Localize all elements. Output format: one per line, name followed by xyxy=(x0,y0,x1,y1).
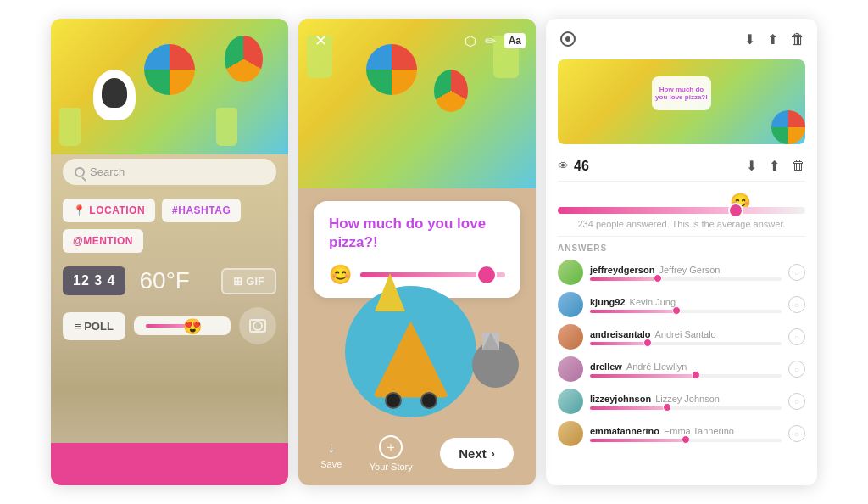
mention-tag[interactable]: @MENTION xyxy=(63,229,143,253)
answer-row-2: andreisantalo Andrei Santalo ○ xyxy=(558,324,805,350)
display-1: Kevin Jung xyxy=(630,297,676,307)
next-label: Next xyxy=(459,446,487,461)
panel3-header: ⬇ ⬆ 🗑 xyxy=(546,19,817,59)
username-5: emmatannerino xyxy=(590,426,659,436)
answer-track-5 xyxy=(590,439,782,442)
glass-2 xyxy=(216,108,237,146)
answer-fill-0 xyxy=(590,277,657,281)
answer-thumb-3 xyxy=(692,371,700,379)
download-stat-icon[interactable]: ⬇ xyxy=(746,158,757,174)
answer-info-0: jeffreydgerson Jeffrey Gerson xyxy=(590,265,782,281)
gif-icon: ⊞ xyxy=(233,275,242,288)
answer-names-0: jeffreydgerson Jeffrey Gerson xyxy=(590,265,782,275)
your-story-label: Your Story xyxy=(370,462,413,472)
answer-track-0 xyxy=(590,277,782,281)
eye-icon: 👁 xyxy=(558,160,569,172)
avatar-5 xyxy=(558,421,583,446)
message-icon-5[interactable]: ○ xyxy=(788,425,805,442)
poll-sticker[interactable]: ≡ POLL xyxy=(63,312,125,340)
answer-track-1 xyxy=(590,310,782,313)
your-story-button[interactable]: ＋ Your Story xyxy=(370,435,413,472)
party-ball-2 xyxy=(225,36,263,82)
panel2-bottom: ↓ Save ＋ Your Story Next › xyxy=(298,435,536,472)
app-container: Search 📍 LOCATION #HASHTAG @MENTION 12 3… xyxy=(0,0,868,504)
download-icon[interactable]: ⬇ xyxy=(744,31,755,48)
save-label: Save xyxy=(320,459,342,469)
bottom-red-bar xyxy=(51,443,288,485)
gear-icon xyxy=(560,31,576,47)
gif-sticker[interactable]: ⊞ GIF xyxy=(221,268,276,294)
sticker-search-bar[interactable]: Search xyxy=(63,159,276,185)
camera-button[interactable] xyxy=(239,307,276,344)
answer-info-2: andreisantalo Andrei Santalo xyxy=(590,329,782,345)
message-icon-3[interactable]: ○ xyxy=(788,361,805,378)
username-0: jeffreydgerson xyxy=(590,265,654,275)
panel3-stats: 👁 46 ⬇ ⬆ 🗑 xyxy=(546,153,817,181)
answer-fill-5 xyxy=(590,439,686,442)
story-thumbnail: How much do you love pizza?! xyxy=(558,59,805,144)
answer-thumb-2 xyxy=(643,339,652,347)
avatar-2 xyxy=(558,324,583,350)
viking-character xyxy=(468,333,527,400)
header-right-icons: ⬇ ⬆ 🗑 xyxy=(744,31,805,48)
answer-names-3: drellew André Llewllyn xyxy=(590,361,782,372)
message-icon-2[interactable]: ○ xyxy=(788,328,805,345)
answer-names-4: lizzeyjohnson Lizzey Johnson xyxy=(590,394,782,404)
share-stat-icon[interactable]: ⬆ xyxy=(769,158,780,174)
penguin-sticker xyxy=(93,70,136,120)
close-icon[interactable]: 🗑 xyxy=(790,31,805,48)
temp-sticker[interactable]: 60°F xyxy=(139,267,189,294)
thumb-card: How much do you love pizza?! xyxy=(652,76,711,110)
username-1: kjung92 xyxy=(590,297,626,307)
answer-row-1: kjung92 Kevin Jung ○ xyxy=(558,292,805,317)
username-3: drellew xyxy=(590,361,622,372)
avatar-0 xyxy=(558,260,583,285)
location-tag[interactable]: 📍 LOCATION xyxy=(63,199,155,222)
time-sticker[interactable]: 12 3 4 xyxy=(63,266,125,295)
delete-stat-icon[interactable]: 🗑 xyxy=(792,158,805,174)
sticker-bottom-row: ≡ POLL 😍 xyxy=(63,307,276,344)
viking-helmet xyxy=(482,333,499,350)
thumb-text: How much do you love pizza?! xyxy=(655,86,708,101)
sticker-picker-panel: Search 📍 LOCATION #HASHTAG @MENTION 12 3… xyxy=(51,19,288,485)
answer-info-5: emmatannerino Emma Tannerino xyxy=(590,426,782,442)
slider-results: 😊 234 people answered. This is the avera… xyxy=(546,182,817,236)
chevron-right-icon: › xyxy=(492,448,495,460)
result-track-container: 😊 xyxy=(558,192,805,214)
gif-label: GIF xyxy=(246,275,264,288)
story-editor-panel: ✕ ⬡ ✏ Aa How much do you love pizza?! 😊 xyxy=(298,19,536,485)
answer-thumb-1 xyxy=(672,306,681,315)
pizza-eye-2 xyxy=(420,392,437,409)
save-action[interactable]: ↓ Save xyxy=(320,439,342,469)
slider-question: How much do you love pizza?! xyxy=(329,215,505,252)
sticker-tool-icon[interactable]: ⬡ xyxy=(465,33,476,49)
emoji-slider-sticker[interactable]: 😍 xyxy=(134,316,231,335)
close-button[interactable]: ✕ xyxy=(309,29,332,53)
color-ball-p2-2 xyxy=(434,70,468,112)
message-icon-1[interactable]: ○ xyxy=(788,296,805,313)
display-2: Andrei Santalo xyxy=(655,329,716,339)
answer-row-5: emmatannerino Emma Tannerino ○ xyxy=(558,421,805,446)
answer-info-4: lizzeyjohnson Lizzey Johnson xyxy=(590,394,782,410)
text-tool-button[interactable]: Aa xyxy=(504,33,526,48)
message-icon-0[interactable]: ○ xyxy=(788,264,805,281)
settings-button[interactable] xyxy=(558,29,578,49)
draw-tool-icon[interactable]: ✏ xyxy=(485,33,496,49)
username-4: lizzeyjohnson xyxy=(590,394,651,404)
message-icon-4[interactable]: ○ xyxy=(788,393,805,410)
answer-track-4 xyxy=(590,406,782,410)
save-icon: ↓ xyxy=(327,439,335,456)
toolbar-icons: ⬡ ✏ Aa xyxy=(465,33,526,49)
view-count: 46 xyxy=(574,159,589,174)
display-0: Jeffrey Gerson xyxy=(659,265,720,275)
pizza-eye-1 xyxy=(385,392,402,409)
next-button[interactable]: Next › xyxy=(440,438,514,469)
hashtag-tag[interactable]: #HASHTAG xyxy=(162,199,241,222)
answer-fill-2 xyxy=(590,342,648,345)
avatar-4 xyxy=(558,389,583,414)
slider-avg-text: 234 people answered. This is the average… xyxy=(558,219,805,229)
share-icon[interactable]: ⬆ xyxy=(767,31,778,48)
answer-info-3: drellew André Llewllyn xyxy=(590,361,782,378)
answer-thumb-0 xyxy=(654,274,662,283)
answer-fill-3 xyxy=(590,374,695,378)
